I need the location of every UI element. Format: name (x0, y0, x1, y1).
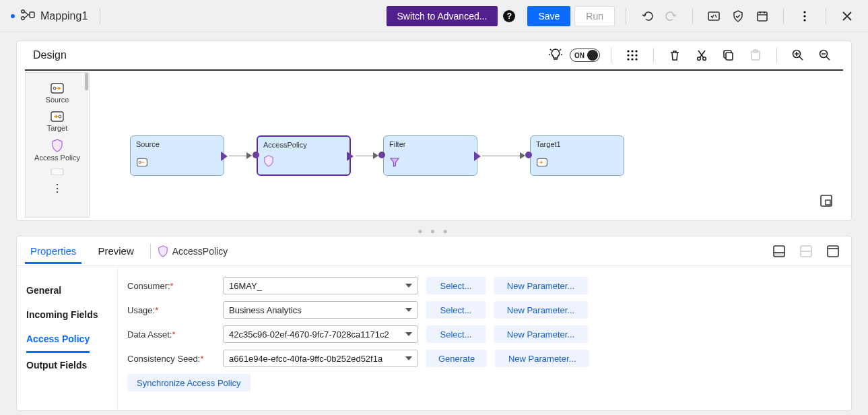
node-title: Source (136, 140, 218, 148)
design-panel: Design ON Source (16, 40, 852, 221)
consumer-new-param-button[interactable]: New Parameter... (494, 277, 588, 294)
svg-point-6 (803, 15, 805, 17)
svg-rect-35 (774, 253, 784, 257)
delete-icon[interactable] (665, 45, 685, 65)
port-in-icon[interactable] (525, 152, 533, 160)
seed-new-param-button[interactable]: New Parameter... (495, 350, 589, 367)
svg-point-10 (635, 50, 637, 52)
mapping-icon (20, 9, 35, 23)
auto-layout-toggle[interactable]: ON (570, 49, 600, 62)
resize-handle-icon[interactable]: ● ● ● (0, 226, 868, 236)
unsaved-indicator-icon (11, 14, 15, 18)
node-filter[interactable]: Filter (383, 135, 477, 176)
usage-select-button[interactable]: Select... (426, 301, 486, 319)
design-canvas[interactable]: Source Target Access Policy ⋮ (25, 72, 843, 218)
palette-scrollbar[interactable] (85, 73, 88, 90)
side-item-incoming[interactable]: Incoming Fields (26, 302, 108, 327)
port-out-icon[interactable] (221, 152, 229, 160)
shield-icon (263, 155, 274, 169)
port-in-icon[interactable] (378, 152, 387, 160)
save-button[interactable]: Save (527, 6, 570, 26)
minimap-icon[interactable] (816, 191, 836, 211)
copy-icon[interactable] (719, 45, 739, 65)
undo-icon[interactable] (637, 6, 657, 26)
redo-icon (661, 6, 681, 26)
palette-more-icon[interactable]: ⋮ (28, 178, 86, 199)
data-asset-select-button[interactable]: Select... (426, 325, 486, 343)
tab-properties[interactable]: Properties (25, 238, 81, 264)
synchronize-button[interactable]: Synchronize Access Policy (127, 374, 251, 391)
data-asset-new-param-button[interactable]: New Parameter... (494, 325, 588, 343)
transformation-palette: Source Target Access Policy ⋮ (25, 72, 90, 218)
svg-point-1 (22, 17, 24, 20)
row-consumer: Consumer:* 16MAY_ Select... New Paramete… (127, 277, 842, 294)
usage-new-param-button[interactable]: New Parameter... (494, 301, 588, 319)
cut-icon[interactable] (692, 45, 712, 65)
design-header: Design ON (25, 41, 843, 71)
design-title: Design (33, 49, 548, 61)
generate-button[interactable]: Generate (426, 350, 487, 367)
tab-preview[interactable]: Preview (92, 238, 139, 264)
svg-rect-4 (758, 12, 767, 21)
run-button[interactable]: Run (574, 6, 615, 26)
separator (626, 8, 626, 24)
port-out-icon[interactable] (474, 152, 482, 160)
top-bar-left: Mapping1 (11, 8, 387, 24)
side-item-output[interactable]: Output Fields (26, 353, 108, 377)
grid-icon[interactable] (622, 45, 642, 65)
panel-bottom-icon[interactable] (769, 241, 789, 261)
node-title: Filter (389, 140, 471, 148)
sql-query-icon[interactable] (704, 6, 724, 26)
paste-icon (745, 45, 766, 65)
usage-select[interactable]: Business Analytics (223, 301, 418, 319)
svg-point-5 (803, 11, 805, 13)
node-title: Target1 (536, 140, 618, 148)
svg-point-13 (635, 54, 637, 56)
node-title: AccessPolicy (263, 141, 344, 149)
svg-rect-28 (51, 168, 63, 175)
more-icon[interactable] (795, 6, 815, 26)
row-consistency-seed: Consistency Seed:* a661e94e-efcc-40fa-9f… (127, 350, 842, 367)
consumer-select[interactable]: 16MAY_ (223, 277, 418, 294)
panel-maximize-icon[interactable] (823, 241, 843, 261)
svg-rect-3 (708, 12, 719, 20)
palette-label: Access Policy (34, 154, 80, 162)
hint-icon[interactable] (548, 47, 563, 64)
side-item-general[interactable]: General (26, 278, 108, 302)
zoom-in-icon[interactable] (788, 45, 808, 65)
node-access-policy[interactable]: AccessPolicy (257, 135, 351, 176)
node-source[interactable]: Source (130, 135, 224, 176)
port-out-icon[interactable] (347, 152, 355, 160)
data-asset-select[interactable]: 42c35c96-02ef-4670-9fc7-7028ca1171c2 (223, 325, 418, 343)
schedule-icon[interactable] (752, 6, 772, 26)
separator (826, 8, 826, 24)
row-sync: Synchronize Access Policy (127, 374, 842, 391)
top-bar-right: Switch to Advanced... ? Save Run (387, 6, 857, 26)
switch-to-advanced-button[interactable]: Switch to Advanced... (387, 6, 498, 26)
canvas-area[interactable]: Source AccessPolicy Filter Target1 (90, 72, 843, 218)
info-icon[interactable]: ? (503, 10, 515, 22)
svg-rect-19 (726, 53, 733, 60)
palette-item-source[interactable]: Source (28, 78, 86, 106)
toggle-label: ON (574, 52, 585, 59)
node-target1[interactable]: Target1 (530, 135, 624, 176)
top-bar: Mapping1 Switch to Advanced... ? Save Ru… (0, 0, 868, 32)
side-item-access-policy[interactable]: Access Policy (26, 327, 90, 353)
close-icon[interactable] (837, 6, 857, 26)
seed-select[interactable]: a661e94e-efcc-40fa-9ffc-0b252ed52f1a (223, 350, 418, 367)
properties-form: Consumer:* 16MAY_ Select... New Paramete… (118, 266, 851, 410)
palette-item-partial[interactable] (28, 164, 86, 178)
validate-icon[interactable] (728, 6, 748, 26)
row-usage: Usage:* Business Analytics Select... New… (127, 301, 842, 319)
consumer-select-button[interactable]: Select... (426, 277, 486, 294)
port-in-icon[interactable] (253, 152, 261, 160)
palette-item-target[interactable]: Target (28, 106, 86, 135)
seed-label: Consistency Seed:* (127, 354, 215, 364)
palette-item-access-policy[interactable]: Access Policy (28, 135, 86, 164)
row-data-asset: Data Asset:* 42c35c96-02ef-4670-9fc7-702… (127, 325, 842, 343)
data-asset-label: Data Asset:* (127, 329, 215, 340)
zoom-out-icon[interactable] (815, 45, 835, 65)
selected-object-label: AccessPolicy (158, 245, 228, 257)
properties-sidebar: General Incoming Fields Access Policy Ou… (17, 266, 118, 410)
svg-point-8 (627, 50, 629, 52)
